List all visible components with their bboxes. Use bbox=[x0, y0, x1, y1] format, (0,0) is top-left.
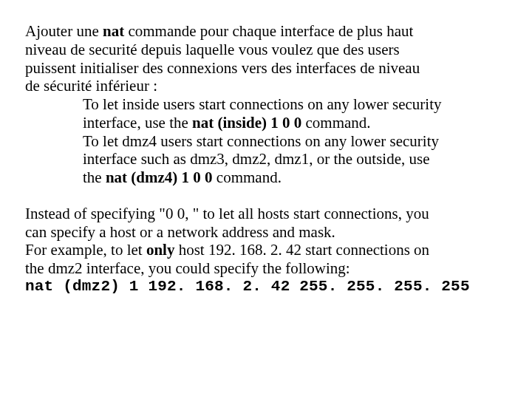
bold-nat: nat bbox=[103, 22, 124, 40]
text: , dmz bbox=[225, 150, 259, 168]
text: For example, to let bbox=[25, 241, 146, 259]
text: de sécurité inférieur : bbox=[25, 77, 157, 95]
indent-line-1: To let inside users start connections on… bbox=[83, 95, 507, 114]
text: the dmz bbox=[25, 259, 75, 277]
text: 1 bbox=[301, 150, 310, 168]
text: commande pour chaque interface de plus h… bbox=[124, 22, 413, 40]
text: host 192. 168. 2. 42 start connections o… bbox=[174, 241, 429, 259]
paragraph-2: Instead of specifying "0 0, " to let all… bbox=[25, 205, 507, 278]
text: the bbox=[83, 168, 106, 186]
text: interface such as dmz bbox=[83, 150, 216, 168]
text: 2 bbox=[75, 259, 83, 277]
text: 3 bbox=[216, 150, 225, 168]
text: niveau de securité depuis laquelle vous … bbox=[25, 41, 400, 58]
bold-nat-dmz4-a: nat (dmz bbox=[106, 168, 165, 186]
indent-line-4: interface such as dmz3, dmz2, dmz1, or t… bbox=[83, 150, 507, 168]
indent-line-2: interface, use the nat (inside) 1 0 0 co… bbox=[83, 114, 507, 132]
text: Instead of specifying "0 0, " to let all… bbox=[25, 205, 429, 222]
text: can specify a host or a network address … bbox=[25, 223, 335, 241]
text: To let dmz bbox=[83, 132, 149, 150]
text: 2 bbox=[259, 150, 267, 168]
bold-only: only bbox=[146, 241, 175, 259]
text: command. bbox=[213, 168, 282, 186]
paragraph-1: Ajouter une nat commande pour chaque int… bbox=[25, 22, 507, 95]
indent-line-3: To let dmz4 users start connections on a… bbox=[83, 132, 507, 151]
text: , or the outside, use bbox=[309, 150, 429, 168]
text: , dmz bbox=[267, 150, 301, 168]
text: 4 bbox=[149, 132, 157, 150]
document-page: Ajouter une nat commande pour chaque int… bbox=[0, 0, 532, 296]
text: interface, use the bbox=[83, 114, 192, 132]
indented-block: To let inside users start connections on… bbox=[25, 95, 507, 187]
nat-command-text: nat (dmz2) 1 192. 168. 2. 42 255. 255. 2… bbox=[25, 278, 470, 295]
bold-nat-dmz4-b: ) 1 0 0 bbox=[172, 168, 212, 186]
bold-nat-dmz4-num: 4 bbox=[165, 168, 173, 186]
command-line: nat (dmz2) 1 192. 168. 2. 42 255. 255. 2… bbox=[25, 278, 507, 296]
text: users start connections on any lower sec… bbox=[157, 132, 439, 150]
indent-line-5: the nat (dmz4) 1 0 0 command. bbox=[83, 168, 507, 187]
text: To let inside users start connections on… bbox=[83, 95, 442, 113]
text: Ajouter une bbox=[25, 22, 103, 40]
bold-nat-inside: nat (inside) 1 0 0 bbox=[192, 114, 301, 132]
spacer bbox=[25, 187, 507, 205]
text: interface, you could specify the followi… bbox=[83, 259, 350, 277]
text: command. bbox=[301, 114, 370, 132]
text: puissent initialiser des connexions vers… bbox=[25, 59, 420, 77]
